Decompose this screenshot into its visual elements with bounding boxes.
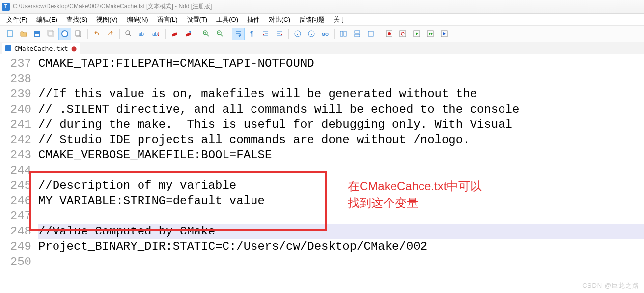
- line-number: 240: [0, 102, 35, 117]
- outdent-icon[interactable]: [273, 28, 286, 40]
- svg-rect-34: [355, 31, 360, 33]
- code-line[interactable]: [38, 163, 644, 178]
- code-line[interactable]: // during the make. This is useful for d…: [38, 117, 644, 132]
- svg-point-30: [308, 31, 314, 37]
- indent-icon[interactable]: [259, 28, 272, 40]
- editor[interactable]: 2372382392402412422432442452462472482492…: [0, 54, 644, 293]
- menu-language[interactable]: 语言(L): [154, 14, 181, 25]
- tab-label: CMakeCache.txt: [14, 45, 68, 52]
- document-icon: [5, 45, 11, 51]
- svg-text:GO: GO: [322, 32, 329, 37]
- prev-icon[interactable]: [291, 28, 304, 40]
- line-number: 237: [0, 56, 35, 71]
- next-icon[interactable]: [305, 28, 318, 40]
- line-number: 244: [0, 163, 35, 178]
- code-line[interactable]: CMAKE_TAPI:FILEPATH=CMAKE_TAPI-NOTFOUND: [38, 56, 644, 71]
- open-file-icon[interactable]: [17, 28, 30, 40]
- line-number: 245: [0, 178, 35, 193]
- menu-find[interactable]: 查找(S): [63, 14, 91, 25]
- eraser-all-icon[interactable]: [182, 28, 195, 40]
- menu-settings[interactable]: 设置(T): [183, 14, 211, 25]
- show-whitespace-icon[interactable]: ¶: [246, 28, 258, 40]
- code-line[interactable]: [38, 254, 644, 269]
- toolbar-separator: [229, 29, 229, 39]
- svg-rect-2: [35, 34, 39, 36]
- code-line[interactable]: MY_VARIABLE:STRING=default value: [38, 193, 644, 208]
- play-multi-icon[interactable]: [424, 28, 437, 40]
- menu-feedback[interactable]: 反馈问题: [296, 14, 328, 25]
- code-line[interactable]: CMAKE_VERBOSE_MAKEFILE:BOOL=FALSE: [38, 147, 644, 163]
- split-h-icon[interactable]: [337, 28, 350, 40]
- svg-rect-12: [172, 32, 177, 36]
- unsplit-icon[interactable]: [364, 28, 377, 40]
- line-number: 249: [0, 239, 35, 254]
- find-next-icon[interactable]: ab: [150, 28, 163, 40]
- svg-rect-13: [186, 32, 191, 36]
- line-number: 242: [0, 132, 35, 147]
- menu-plugins[interactable]: 插件: [244, 14, 263, 25]
- wrap-icon[interactable]: [232, 28, 245, 40]
- line-number: 243: [0, 147, 35, 163]
- goto-icon[interactable]: GO: [319, 28, 332, 40]
- menu-compare[interactable]: 对比(C): [265, 14, 294, 25]
- mode-toggle-icon[interactable]: [58, 28, 71, 40]
- titlebar: T C:\Users\cw\Desktop\CMake\002\CMakeCac…: [0, 0, 644, 14]
- menu-view[interactable]: 视图(V): [93, 14, 121, 25]
- line-number: 246: [0, 193, 35, 208]
- toolbar-separator: [380, 29, 380, 39]
- stop-macro-icon[interactable]: [438, 28, 450, 40]
- file-tab[interactable]: CMakeCache.txt ⬤: [2, 43, 80, 54]
- new-file-icon[interactable]: [3, 28, 16, 40]
- code-line[interactable]: // .SILENT directive, and all commands w…: [38, 102, 644, 117]
- line-number: 250: [0, 254, 35, 269]
- menu-edit[interactable]: 编辑(E): [33, 14, 61, 25]
- svg-text:ab: ab: [139, 31, 144, 37]
- svg-rect-7: [76, 31, 80, 36]
- search-icon[interactable]: [122, 28, 135, 40]
- svg-rect-39: [400, 31, 406, 37]
- svg-text:ab: ab: [152, 31, 158, 37]
- line-number: 247: [0, 208, 35, 224]
- save-icon[interactable]: [31, 28, 44, 40]
- menu-about[interactable]: 关于: [330, 14, 350, 25]
- menu-encoding[interactable]: 编码(N): [123, 14, 152, 25]
- line-number: 239: [0, 87, 35, 102]
- code-line[interactable]: // Studio IDE projects all commands are …: [38, 132, 644, 147]
- undo-icon[interactable]: [90, 28, 103, 40]
- svg-text:¶: ¶: [250, 30, 253, 37]
- svg-point-8: [126, 31, 130, 35]
- menu-file[interactable]: 文件(F): [3, 14, 31, 25]
- save-all-icon[interactable]: [45, 28, 57, 40]
- window-title: C:\Users\cw\Desktop\CMake\002\CMakeCache…: [13, 2, 212, 11]
- code-line[interactable]: [38, 208, 644, 224]
- toolbar-separator: [288, 29, 289, 39]
- replace-icon[interactable]: ab: [136, 28, 149, 40]
- eraser-icon[interactable]: [168, 28, 181, 40]
- code-area[interactable]: CMAKE_TAPI:FILEPATH=CMAKE_TAPI-NOTFOUND/…: [38, 56, 644, 269]
- play-macro-icon[interactable]: [410, 28, 423, 40]
- line-number: 241: [0, 117, 35, 132]
- menubar: 文件(F) 编辑(E) 查找(S) 视图(V) 编码(N) 语言(L) 设置(T…: [0, 14, 644, 26]
- line-number-gutter: 2372382392402412422432442452462472482492…: [0, 54, 35, 269]
- code-line[interactable]: [38, 71, 644, 87]
- redo-icon[interactable]: [104, 28, 117, 40]
- code-line[interactable]: //If this value is on, makefiles will be…: [38, 87, 644, 102]
- copy-icon[interactable]: [72, 28, 85, 40]
- svg-point-14: [189, 31, 191, 33]
- code-line[interactable]: Project_BINARY_DIR:STATIC=C:/Users/cw/De…: [38, 239, 644, 254]
- zoom-out-icon[interactable]: [214, 28, 226, 40]
- svg-rect-32: [340, 31, 343, 36]
- svg-point-5: [62, 31, 68, 37]
- menu-tools[interactable]: 工具(O): [213, 14, 242, 25]
- split-v-icon[interactable]: [351, 28, 364, 40]
- svg-line-16: [207, 34, 209, 36]
- record-settings-icon[interactable]: [396, 28, 409, 40]
- record-icon[interactable]: [383, 28, 395, 40]
- close-tab-icon[interactable]: ⬤: [71, 46, 77, 51]
- code-line[interactable]: //Value Computed by CMake: [38, 224, 644, 239]
- toolbar-separator: [87, 29, 88, 39]
- toolbar-separator: [165, 29, 166, 39]
- zoom-in-icon[interactable]: [200, 28, 213, 40]
- code-line[interactable]: //Description of my variable: [38, 178, 644, 193]
- svg-point-38: [388, 32, 391, 35]
